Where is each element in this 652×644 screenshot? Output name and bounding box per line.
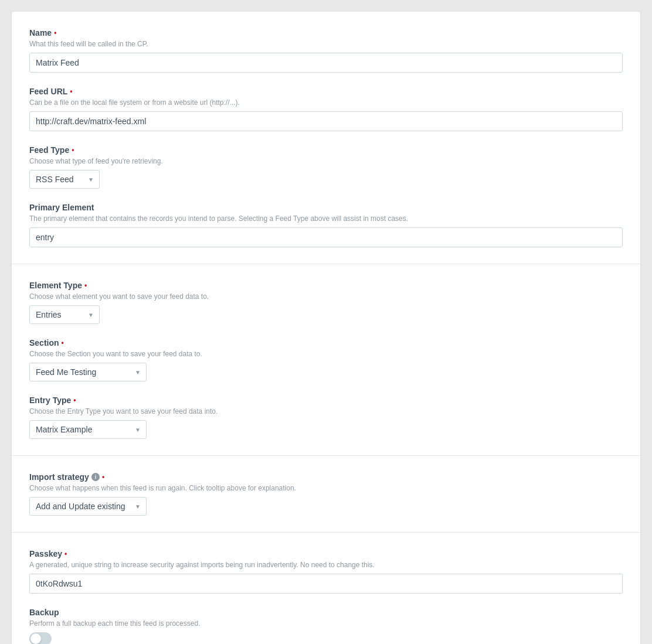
element-type-description: Choose what element you want to save you…	[29, 292, 623, 301]
feed-type-select[interactable]: RSS Feed Atom JSON XML CSV	[29, 170, 100, 189]
section-required: •	[62, 339, 64, 347]
name-label: Name •	[29, 28, 623, 38]
field-backup: Backup Perform a full backup each time t…	[29, 608, 623, 644]
feed-type-label: Feed Type •	[29, 145, 623, 155]
section-label: Section •	[29, 338, 623, 347]
element-type-select[interactable]: Entries Users Categories Tags Assets	[29, 305, 100, 324]
backup-toggle-knob	[30, 633, 41, 644]
import-strategy-info-icon[interactable]: i	[91, 473, 100, 481]
name-label-text: Name	[29, 28, 52, 38]
feed-url-label: Feed URL •	[29, 87, 623, 96]
section-import: Import strategy i • Choose what happens …	[12, 456, 640, 533]
entry-type-label-text: Entry Type	[29, 396, 71, 405]
field-primary-element: Primary Element The primary element that…	[29, 203, 623, 247]
backup-label: Backup	[29, 608, 623, 617]
name-required: •	[54, 29, 56, 37]
import-strategy-required: •	[102, 473, 104, 481]
section-select-wrapper: Feed Me Testing Blog News Pages ▼	[29, 363, 147, 381]
entry-type-label: Entry Type •	[29, 396, 623, 405]
section-basic: Name • What this feed will be called in …	[12, 12, 640, 264]
passkey-required: •	[64, 550, 67, 558]
feed-url-required: •	[70, 87, 72, 96]
primary-element-description: The primary element that contains the re…	[29, 214, 623, 223]
field-name: Name • What this feed will be called in …	[29, 28, 623, 73]
section-description: Choose the Section you want to save your…	[29, 350, 623, 358]
entry-type-required: •	[73, 396, 76, 404]
backup-toggle-wrapper	[29, 632, 623, 644]
field-feed-type: Feed Type • Choose what type of feed you…	[29, 145, 623, 189]
primary-element-label: Primary Element	[29, 203, 623, 212]
name-description: What this feed will be called in the CP.	[29, 40, 623, 48]
feed-url-description: Can be a file on the local file system o…	[29, 98, 623, 107]
name-input[interactable]	[29, 53, 623, 73]
entry-type-select[interactable]: Matrix Example Default Page	[29, 420, 147, 439]
element-type-select-wrapper: Entries Users Categories Tags Assets ▼	[29, 305, 100, 324]
field-import-strategy: Import strategy i • Choose what happens …	[29, 472, 623, 516]
field-entry-type: Entry Type • Choose the Entry Type you w…	[29, 396, 623, 439]
field-passkey: Passkey • A generated, unique string to …	[29, 549, 623, 594]
import-strategy-select[interactable]: Add and Update existing Add only Update …	[29, 497, 147, 516]
passkey-description: A generated, unique string to increase s…	[29, 561, 623, 569]
section-select[interactable]: Feed Me Testing Blog News Pages	[29, 363, 147, 381]
import-strategy-select-wrapper: Add and Update existing Add only Update …	[29, 497, 147, 516]
import-strategy-description: Choose what happens when this feed is ru…	[29, 484, 623, 492]
backup-label-text: Backup	[29, 608, 59, 617]
backup-toggle[interactable]	[29, 632, 52, 644]
feed-type-label-text: Feed Type	[29, 145, 69, 155]
passkey-input[interactable]	[29, 574, 623, 594]
primary-element-input[interactable]	[29, 227, 623, 247]
element-type-required: •	[84, 281, 87, 289]
passkey-label: Passkey •	[29, 549, 623, 558]
passkey-label-text: Passkey	[29, 549, 62, 558]
section-element: Element Type • Choose what element you w…	[12, 264, 640, 456]
field-feed-url: Feed URL • Can be a file on the local fi…	[29, 87, 623, 131]
primary-element-label-text: Primary Element	[29, 203, 94, 212]
feed-type-required: •	[72, 146, 74, 154]
feed-type-select-wrapper: RSS Feed Atom JSON XML CSV ▼	[29, 170, 100, 189]
import-strategy-label-text: Import strategy	[29, 472, 89, 482]
entry-type-select-wrapper: Matrix Example Default Page ▼	[29, 420, 147, 439]
feed-url-input[interactable]	[29, 111, 623, 131]
entry-type-description: Choose the Entry Type you want to save y…	[29, 407, 623, 415]
section-label-text: Section	[29, 338, 59, 347]
main-form: Name • What this feed will be called in …	[12, 12, 640, 644]
import-strategy-label: Import strategy i •	[29, 472, 623, 482]
feed-type-description: Choose what type of feed you're retrievi…	[29, 157, 623, 165]
feed-url-label-text: Feed URL	[29, 87, 67, 96]
field-section: Section • Choose the Section you want to…	[29, 338, 623, 381]
backup-description: Perform a full backup each time this fee…	[29, 619, 623, 628]
element-type-label-text: Element Type	[29, 281, 82, 290]
section-security: Passkey • A generated, unique string to …	[12, 533, 640, 644]
element-type-label: Element Type •	[29, 281, 623, 290]
field-element-type: Element Type • Choose what element you w…	[29, 281, 623, 324]
